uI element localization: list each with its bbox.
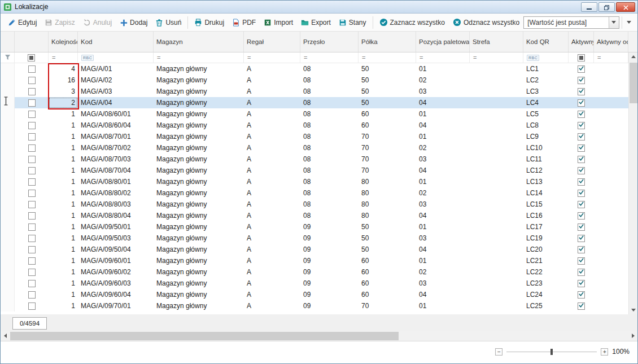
zoom-in-button[interactable]: + (601, 348, 608, 356)
cell-aktywny-od[interactable] (594, 255, 628, 266)
aktywny-filter-checkbox[interactable] (578, 54, 585, 62)
table-row[interactable]: 1 MAG/A/08/80/03 Magazyn główny A 08 80 … (1, 199, 637, 210)
cell-regal[interactable]: A (244, 120, 300, 131)
cell-regal[interactable]: A (244, 289, 300, 300)
aktywny-checkbox[interactable] (578, 99, 585, 107)
table-row[interactable]: 1 MAG/A/09/60/01 Magazyn główny A 09 60 … (1, 255, 637, 266)
cell-kod-qr[interactable]: LC24 (523, 289, 569, 300)
table-row[interactable]: 1 MAG/A/08/80/02 Magazyn główny A 08 80 … (1, 187, 637, 199)
row-select-cell[interactable] (15, 165, 49, 176)
cell-magazyn[interactable]: Magazyn główny (154, 266, 244, 278)
cell-przeslo[interactable]: 08 (300, 131, 359, 142)
cell-regal[interactable]: A (244, 142, 300, 154)
cell-aktywny-od[interactable] (594, 154, 628, 165)
import-button[interactable]: Import (260, 16, 297, 29)
cell-regal[interactable]: A (244, 63, 300, 74)
table-row[interactable]: 1 MAG/A/08/80/04 Magazyn główny A 08 80 … (1, 210, 637, 221)
cell-kod-qr[interactable]: LC11 (523, 154, 569, 165)
cell-pozycja-paletowa[interactable]: 03 (416, 278, 470, 289)
cell-magazyn[interactable]: Magazyn główny (154, 63, 244, 74)
cell-przeslo[interactable]: 09 (300, 300, 359, 312)
cell-polka[interactable]: 60 (359, 255, 416, 266)
cell-magazyn[interactable]: Magazyn główny (154, 199, 244, 210)
cell-aktywny[interactable] (569, 120, 594, 131)
cell-polka[interactable]: 60 (359, 289, 416, 300)
row-select-cell[interactable] (15, 74, 49, 86)
cell-kod-qr[interactable]: LC3 (523, 86, 569, 97)
cell-pozycja-paletowa[interactable]: 04 (416, 289, 470, 300)
cell-kod[interactable]: MAG/A/08/70/04 (78, 165, 154, 176)
cell-polka[interactable]: 70 (359, 154, 416, 165)
cell-aktywny[interactable] (569, 289, 594, 300)
cell-kolejnosc[interactable]: 2 (49, 97, 78, 108)
cell-przeslo[interactable]: 08 (300, 165, 359, 176)
cell-kod-qr[interactable]: LC14 (523, 187, 569, 199)
cell-kod-qr[interactable]: LC23 (523, 278, 569, 289)
cell-przeslo[interactable]: 09 (300, 266, 359, 278)
cell-regal[interactable]: A (244, 199, 300, 210)
cell-strefa[interactable] (470, 187, 523, 199)
cell-polka[interactable]: 50 (359, 97, 416, 108)
scroll-left-button[interactable] (1, 331, 10, 341)
row-checkbox[interactable] (28, 257, 36, 265)
cell-kod[interactable]: MAG/A/09/60/01 (78, 255, 154, 266)
cell-pozycja-paletowa[interactable]: 01 (416, 131, 470, 142)
table-row[interactable]: 1 MAG/A/09/50/04 Magazyn główny A 09 50 … (1, 244, 637, 255)
cell-strefa[interactable] (470, 289, 523, 300)
vertical-scrollbar[interactable] (628, 52, 637, 314)
filter-magazyn[interactable]: = (154, 52, 244, 63)
cell-kolejnosc[interactable]: 1 (49, 300, 78, 312)
filter-regal[interactable]: = (244, 52, 300, 63)
cell-magazyn[interactable]: Magazyn główny (154, 97, 244, 108)
table-row[interactable]: 4 MAG/A/01 Magazyn główny A 08 50 01 LC1 (1, 63, 637, 74)
deselect-all-button[interactable]: Odznacz wszystko (449, 16, 523, 29)
cell-przeslo[interactable]: 09 (300, 233, 359, 244)
cell-strefa[interactable] (470, 97, 523, 108)
cell-kod-qr[interactable]: LC16 (523, 210, 569, 221)
cell-aktywny[interactable] (569, 233, 594, 244)
row-checkbox[interactable] (28, 291, 36, 299)
filter-polka[interactable]: = (359, 52, 416, 63)
cell-pozycja-paletowa[interactable]: 02 (416, 266, 470, 278)
cell-magazyn[interactable]: Magazyn główny (154, 289, 244, 300)
cell-kod[interactable]: MAG/A/09/60/03 (78, 278, 154, 289)
header-polka[interactable]: Półka (359, 32, 416, 52)
header-regal[interactable]: Regał (244, 32, 300, 52)
scroll-right-button[interactable] (628, 331, 637, 341)
cell-strefa[interactable] (470, 244, 523, 255)
cell-kod-qr[interactable]: LC17 (523, 221, 569, 233)
cell-kod-qr[interactable]: LC13 (523, 176, 569, 187)
header-pozycja-paletowa[interactable]: Pozycja paletowa (416, 32, 470, 52)
cell-kolejnosc[interactable]: 1 (49, 278, 78, 289)
cell-strefa[interactable] (470, 108, 523, 120)
cell-strefa[interactable] (470, 86, 523, 97)
filter-kod[interactable]: RBC (78, 52, 154, 63)
cell-magazyn[interactable]: Magazyn główny (154, 278, 244, 289)
cell-kod[interactable]: MAG/A/08/80/02 (78, 187, 154, 199)
row-select-cell[interactable] (15, 210, 49, 221)
cell-polka[interactable]: 70 (359, 300, 416, 312)
cell-aktywny-od[interactable] (594, 165, 628, 176)
cell-strefa[interactable] (470, 221, 523, 233)
cell-pozycja-paletowa[interactable]: 03 (416, 199, 470, 210)
aktywny-checkbox[interactable] (578, 122, 585, 129)
cell-aktywny[interactable] (569, 266, 594, 278)
cell-regal[interactable]: A (244, 187, 300, 199)
cell-przeslo[interactable]: 08 (300, 108, 359, 120)
row-checkbox[interactable] (28, 223, 36, 231)
stany-button[interactable]: Stany (335, 16, 370, 29)
row-select-cell[interactable] (15, 108, 49, 120)
cell-pozycja-paletowa[interactable]: 01 (416, 176, 470, 187)
cell-pozycja-paletowa[interactable]: 01 (416, 255, 470, 266)
cell-aktywny-od[interactable] (594, 74, 628, 86)
aktywny-checkbox[interactable] (578, 235, 585, 242)
cell-regal[interactable]: A (244, 108, 300, 120)
cell-kolejnosc[interactable]: 1 (49, 244, 78, 255)
filter-kolejnosc[interactable]: = (49, 52, 78, 63)
cell-kod-qr[interactable]: LC4 (523, 97, 569, 108)
table-row[interactable]: 1 MAG/A/08/80/01 Magazyn główny A 08 80 … (1, 176, 637, 187)
cell-przeslo[interactable]: 08 (300, 154, 359, 165)
cell-przeslo[interactable]: 08 (300, 142, 359, 154)
cell-strefa[interactable] (470, 176, 523, 187)
cell-pozycja-paletowa[interactable]: 04 (416, 165, 470, 176)
